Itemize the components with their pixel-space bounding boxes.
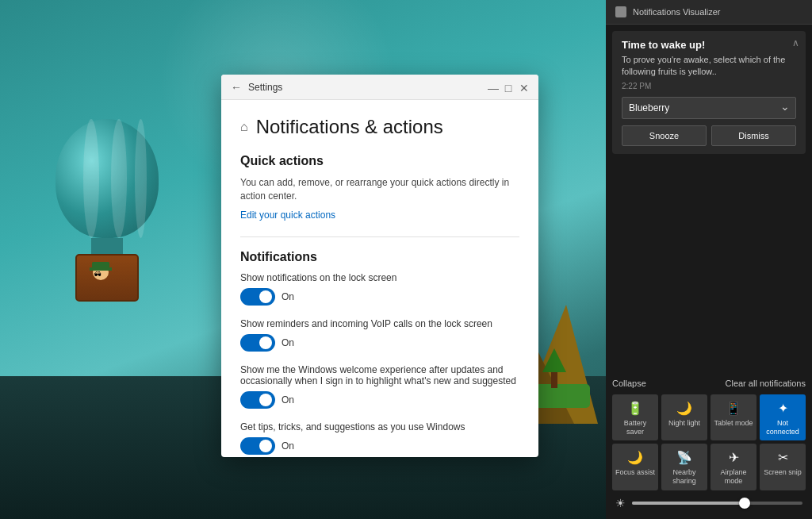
notif-visualizer-bar: Notifications Visualizer bbox=[606, 0, 812, 25]
balloon-stripe-1 bbox=[83, 119, 99, 238]
section-divider bbox=[240, 236, 519, 237]
notif-card-body: To prove you're awake, select which of t… bbox=[622, 54, 796, 79]
minimize-button[interactable]: — bbox=[488, 83, 497, 92]
person-head: 🕶 bbox=[93, 264, 109, 280]
snooze-button[interactable]: Snooze bbox=[622, 125, 707, 146]
home-icon: ⌂ bbox=[240, 120, 248, 134]
toggle-label-voip: Show reminders and incoming VoIP calls o… bbox=[240, 318, 519, 329]
person-glasses: 🕶 bbox=[94, 271, 102, 279]
qa-nearby-sharing[interactable]: 📡 Nearby sharing bbox=[661, 444, 707, 490]
toggle-row-welcome: Show me the Windows welcome experience a… bbox=[240, 364, 519, 409]
qa-focus-assist-label: Focus assist bbox=[615, 468, 655, 477]
settings-header: ⌂ Notifications & actions bbox=[240, 116, 519, 138]
qa-battery-saver-label: Battery saver bbox=[615, 419, 655, 436]
notif-viz-icon bbox=[615, 6, 626, 17]
tree-trunk bbox=[551, 372, 557, 388]
qa-tablet-mode-label: Tablet mode bbox=[714, 419, 753, 428]
close-button[interactable]: ✕ bbox=[519, 83, 529, 92]
qa-airplane-mode[interactable]: ✈ Airplane mode bbox=[710, 444, 756, 490]
qa-night-light[interactable]: 🌙 Night light bbox=[661, 394, 707, 441]
edit-quick-actions-link[interactable]: Edit your quick actions bbox=[240, 210, 519, 221]
nearby-sharing-icon: 📡 bbox=[676, 450, 692, 465]
quick-actions-title: Quick actions bbox=[240, 154, 519, 168]
clear-all-button[interactable]: Clear all notifications bbox=[726, 379, 806, 388]
back-button[interactable]: ← bbox=[231, 81, 242, 94]
qa-screen-snip[interactable]: ✂ Screen snip bbox=[760, 444, 806, 490]
quick-actions-grid: 🔋 Battery saver 🌙 Night light 📱 Tablet m… bbox=[612, 394, 806, 490]
bluetooth-icon: ✦ bbox=[778, 401, 788, 416]
airplane-icon: ✈ bbox=[729, 450, 739, 465]
notif-close-button[interactable]: ∧ bbox=[792, 37, 799, 48]
brightness-icon: ☀ bbox=[615, 497, 626, 509]
toggle-text-3: On bbox=[282, 394, 294, 406]
window-controls: — □ ✕ bbox=[488, 83, 529, 92]
quick-actions-desc: You can add, remove, or rearrange your q… bbox=[240, 176, 519, 203]
notif-card-title: Time to wake up! bbox=[622, 39, 796, 51]
night-light-icon: 🌙 bbox=[676, 401, 692, 416]
toggle-label-welcome: Show me the Windows welcome experience a… bbox=[240, 364, 519, 386]
dismiss-button[interactable]: Dismiss bbox=[711, 125, 796, 146]
action-center-bottom: Collapse Clear all notifications 🔋 Batte… bbox=[606, 372, 812, 519]
qa-airplane-mode-label: Airplane mode bbox=[714, 468, 753, 486]
notif-viz-title: Notifications Visualizer bbox=[633, 7, 720, 17]
toggle-container-2: On bbox=[240, 334, 519, 352]
brightness-thumb[interactable] bbox=[739, 498, 750, 509]
notification-panel: Notifications Visualizer ∧ Time to wake … bbox=[606, 0, 812, 519]
toggle-welcome[interactable] bbox=[240, 391, 275, 409]
focus-assist-icon: 🌙 bbox=[627, 450, 643, 465]
toggle-voip[interactable] bbox=[240, 334, 275, 352]
balloon-stripe-2 bbox=[111, 119, 127, 238]
notif-card-time: 2:22 PM bbox=[622, 82, 796, 90]
toggle-text-1: On bbox=[282, 291, 294, 302]
notif-dropdown-wrapper: Blueberry Banana Lime Strawberry bbox=[622, 97, 796, 119]
collapse-button[interactable]: Collapse bbox=[612, 379, 646, 388]
brightness-slider[interactable] bbox=[632, 502, 802, 505]
toggle-text-4: On bbox=[282, 440, 294, 452]
tree-decoration bbox=[542, 348, 566, 388]
notif-dropdown[interactable]: Blueberry Banana Lime Strawberry bbox=[622, 97, 796, 119]
page-title: Notifications & actions bbox=[256, 116, 443, 138]
tablet-mode-icon: 📱 bbox=[726, 401, 741, 416]
titlebar-left: ← Settings bbox=[231, 81, 282, 94]
notifications-title: Notifications bbox=[240, 250, 519, 264]
toggle-tips[interactable] bbox=[240, 437, 275, 455]
brightness-row: ☀ bbox=[612, 494, 806, 513]
balloon-sphere bbox=[56, 119, 159, 238]
qa-nearby-sharing-label: Nearby sharing bbox=[665, 468, 704, 486]
toggle-row-tips: Get tips, tricks, and suggestions as you… bbox=[240, 421, 519, 455]
qa-tablet-mode[interactable]: 📱 Tablet mode bbox=[710, 394, 756, 441]
balloon-neck bbox=[91, 238, 123, 254]
screen-snip-icon: ✂ bbox=[778, 450, 788, 465]
qa-night-light-label: Night light bbox=[668, 419, 700, 428]
toggle-row-lock-screen: Show notifications on the lock screen On bbox=[240, 272, 519, 306]
hot-air-balloon: 🕶 bbox=[56, 119, 159, 302]
balloon-basket: 🕶 bbox=[75, 254, 139, 302]
toggle-text-2: On bbox=[282, 337, 294, 348]
toggle-label-lock-screen: Show notifications on the lock screen bbox=[240, 272, 519, 283]
panel-spacer bbox=[606, 160, 812, 372]
toggle-lock-screen[interactable] bbox=[240, 288, 275, 306]
qa-not-connected-label: Not connected bbox=[763, 419, 802, 436]
titlebar: ← Settings — □ ✕ bbox=[221, 75, 538, 100]
battery-saver-icon: 🔋 bbox=[627, 401, 643, 416]
toggle-container-4: On bbox=[240, 437, 519, 455]
window-title: Settings bbox=[248, 82, 282, 93]
settings-window: ← Settings — □ ✕ ⌂ Notifications & actio… bbox=[221, 75, 538, 457]
toggle-container-3: On bbox=[240, 391, 519, 409]
notif-actions: Snooze Dismiss bbox=[622, 125, 796, 146]
toggle-row-voip: Show reminders and incoming VoIP calls o… bbox=[240, 318, 519, 352]
toggle-label-tips: Get tips, tricks, and suggestions as you… bbox=[240, 421, 519, 432]
qa-focus-assist[interactable]: 🌙 Focus assist bbox=[612, 444, 658, 490]
toggle-container-1: On bbox=[240, 288, 519, 306]
balloon-person: 🕶 bbox=[89, 264, 113, 296]
tree-top bbox=[542, 348, 566, 372]
quick-actions-section: Quick actions You can add, remove, or re… bbox=[240, 154, 519, 221]
settings-content: ⌂ Notifications & actions Quick actions … bbox=[221, 100, 538, 457]
ac-top-row: Collapse Clear all notifications bbox=[612, 379, 806, 388]
qa-not-connected[interactable]: ✦ Not connected bbox=[760, 394, 806, 441]
notifications-section: Notifications Show notifications on the … bbox=[240, 250, 519, 457]
qa-battery-saver[interactable]: 🔋 Battery saver bbox=[612, 394, 658, 441]
notification-card: ∧ Time to wake up! To prove you're awake… bbox=[612, 31, 806, 154]
maximize-button[interactable]: □ bbox=[504, 83, 513, 92]
brightness-fill bbox=[632, 502, 743, 505]
